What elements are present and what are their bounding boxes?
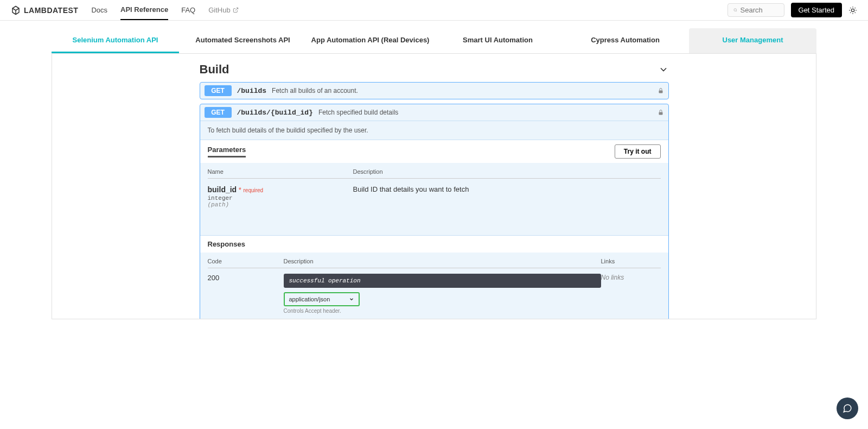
tabs-wrap: Selenium Automation API Automated Screen… xyxy=(0,21,868,53)
parameters-title: Parameters xyxy=(208,146,246,157)
param-in: (path) xyxy=(208,201,353,208)
svg-line-9 xyxy=(850,12,851,12)
tab-app-automation[interactable]: App Automation API (Real Devices) xyxy=(307,28,434,53)
method-badge-get: GET xyxy=(205,107,232,118)
resp-header-code: Code xyxy=(208,258,284,264)
tab-user-management[interactable]: User Management xyxy=(689,28,816,53)
api-tabs: Selenium Automation API Automated Screen… xyxy=(52,28,816,53)
tab-smart-ui[interactable]: Smart UI Automation xyxy=(434,28,561,53)
response-row: 200 successful operation application/jso… xyxy=(208,268,661,319)
lock-icon[interactable] xyxy=(658,109,664,116)
required-star: * xyxy=(239,186,241,194)
param-header-desc: Description xyxy=(353,168,383,175)
response-links: No links xyxy=(601,274,661,319)
content-inner: Build GET /builds Fetch all builds of an… xyxy=(200,54,669,319)
param-type: integer xyxy=(208,195,353,201)
get-started-button[interactable]: Get Started xyxy=(791,3,842,17)
svg-line-10 xyxy=(855,8,856,8)
nav-github[interactable]: GitHub xyxy=(208,1,238,20)
accept-header-select[interactable]: application/json xyxy=(284,292,360,306)
svg-point-2 xyxy=(851,9,854,11)
svg-point-0 xyxy=(733,9,736,11)
brand-text: LAMBDATEST xyxy=(24,6,78,15)
tab-cypress[interactable]: Cypress Automation xyxy=(561,28,689,53)
svg-line-5 xyxy=(850,8,851,8)
param-header-name: Name xyxy=(208,168,353,175)
content-frame[interactable]: Build GET /builds Fetch all builds of an… xyxy=(52,53,816,319)
chevron-down-icon[interactable] xyxy=(658,64,669,75)
resp-header-links: Links xyxy=(601,258,661,264)
search-box[interactable] xyxy=(727,3,784,17)
svg-rect-11 xyxy=(659,91,662,93)
parameter-row: build_id * required integer (path) Build… xyxy=(208,179,661,235)
external-link-icon xyxy=(233,7,239,13)
response-message: successful operation xyxy=(284,274,601,288)
tab-screenshots[interactable]: Automated Screenshots API xyxy=(179,28,307,53)
response-desc-col: successful operation application/json Co… xyxy=(284,274,601,319)
try-it-out-button[interactable]: Try it out xyxy=(615,144,661,159)
search-input[interactable] xyxy=(741,6,778,14)
responses-thead: Code Description Links xyxy=(208,253,661,268)
section-header[interactable]: Build xyxy=(200,59,669,82)
response-code: 200 xyxy=(208,274,284,319)
accept-value: application/json xyxy=(289,296,330,302)
search-icon xyxy=(733,7,737,14)
svg-line-6 xyxy=(855,12,856,12)
tab-selenium[interactable]: Selenium Automation API xyxy=(52,28,179,53)
nav-docs[interactable]: Docs xyxy=(91,1,107,20)
content-outer: Build GET /builds Fetch all builds of an… xyxy=(0,53,868,319)
header-left: LAMBDATEST Docs API Reference FAQ GitHub xyxy=(11,0,239,20)
parameters-thead: Name Description xyxy=(208,163,661,179)
responses-title: Responses xyxy=(208,240,661,248)
resp-header-desc: Description xyxy=(284,258,601,264)
chevron-down-icon xyxy=(349,296,354,302)
endpoint-description: To fetch build details of the buildid sp… xyxy=(200,121,668,140)
theme-toggle-icon[interactable] xyxy=(848,6,857,15)
nav-api-reference[interactable]: API Reference xyxy=(120,0,168,20)
parameters-table: Name Description build_id * required int… xyxy=(200,163,668,235)
parameters-header: Parameters Try it out xyxy=(200,140,668,163)
svg-line-1 xyxy=(736,11,736,11)
svg-rect-12 xyxy=(659,112,662,115)
brand-logo[interactable]: LAMBDATEST xyxy=(11,5,78,15)
endpoint-path: /builds xyxy=(237,87,267,95)
endpoint-head[interactable]: GET /builds Fetch all builds of an accou… xyxy=(200,83,668,99)
lock-icon[interactable] xyxy=(658,87,664,94)
endpoint-summary: Fetch all builds of an account. xyxy=(272,87,358,94)
param-name-cell: build_id * required integer (path) xyxy=(208,185,353,208)
param-description: Build ID that details you want to fetch xyxy=(353,185,469,208)
endpoint-summary: Fetch specified build details xyxy=(318,109,398,116)
endpoint-build-detail: GET /builds/{build_id} Fetch specified b… xyxy=(200,104,669,319)
header-right: Get Started xyxy=(727,3,857,17)
top-header: LAMBDATEST Docs API Reference FAQ GitHub… xyxy=(0,0,868,21)
method-badge-get: GET xyxy=(205,85,232,96)
lambdatest-icon xyxy=(11,5,21,15)
section-title: Build xyxy=(200,62,229,77)
nav-faq[interactable]: FAQ xyxy=(181,1,195,20)
accept-note: Controls Accept header. xyxy=(284,308,601,314)
endpoint-builds-list[interactable]: GET /builds Fetch all builds of an accou… xyxy=(200,82,669,99)
endpoint-head[interactable]: GET /builds/{build_id} Fetch specified b… xyxy=(200,104,668,121)
endpoint-path: /builds/{build_id} xyxy=(237,109,313,117)
required-label: required xyxy=(243,187,263,193)
responses-table: Code Description Links 200 successful op… xyxy=(200,253,668,319)
param-name: build_id xyxy=(208,185,237,194)
responses-header: Responses xyxy=(200,235,668,253)
